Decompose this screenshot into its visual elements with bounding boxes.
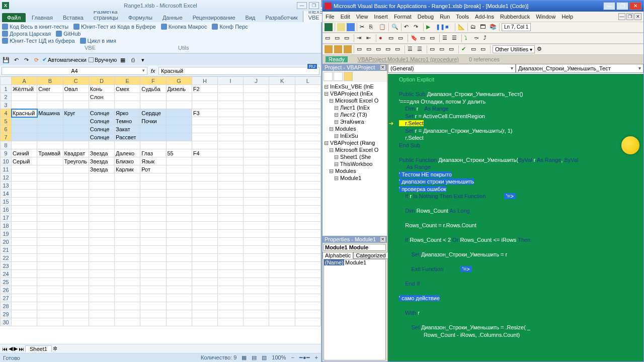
row-header[interactable]: 30	[1, 318, 12, 326]
bookmark-icon[interactable]: 🔖	[410, 34, 418, 42]
cell[interactable]	[115, 286, 140, 294]
vbe-menu-item[interactable]: Debug	[418, 14, 434, 20]
cell[interactable]	[63, 214, 89, 222]
cell[interactable]	[295, 238, 320, 246]
row-header[interactable]: 3	[1, 101, 12, 109]
cell[interactable]	[37, 302, 63, 310]
code-editor[interactable]: Option Explicit Public Sub Диапазон_Стро…	[388, 74, 643, 361]
cell[interactable]	[295, 117, 320, 125]
cell[interactable]	[244, 165, 269, 173]
cell[interactable]	[12, 286, 37, 294]
code-line[interactable]: Dim Rows_Count As Long	[399, 207, 641, 215]
cell[interactable]	[63, 294, 89, 302]
cell[interactable]	[115, 246, 140, 254]
cell[interactable]	[12, 141, 37, 149]
cell[interactable]	[269, 117, 295, 125]
cell[interactable]	[192, 133, 217, 141]
cell[interactable]	[244, 310, 269, 318]
uncomment-icon[interactable]: ▭	[397, 34, 406, 42]
cell[interactable]	[166, 198, 192, 206]
rd-icon[interactable]	[344, 45, 352, 53]
cell[interactable]	[192, 270, 217, 278]
cell[interactable]	[89, 238, 114, 246]
code-line[interactable]: ' само действие	[399, 295, 641, 302]
cell[interactable]	[166, 101, 192, 109]
tree-expand-icon[interactable]: ⊟	[329, 146, 334, 153]
cell[interactable]	[217, 125, 243, 133]
cell[interactable]	[269, 270, 295, 278]
cell[interactable]: Язык	[140, 157, 166, 165]
zoom-in-icon[interactable]: +	[315, 354, 318, 361]
row-header[interactable]: 13	[1, 182, 12, 190]
cell[interactable]	[244, 101, 269, 109]
cell[interactable]: Квадрат	[63, 149, 89, 157]
minimize-button[interactable]: —	[297, 2, 307, 9]
code-line[interactable]: Set Диапазон_Строки_Уменьшить = .Resize(…	[399, 324, 641, 331]
cell[interactable]	[269, 278, 295, 286]
project-tree[interactable]: ⊟ InExSu_VBE (InE⊟ VBAProject (InEx⊟ Mic…	[323, 82, 387, 236]
cell[interactable]	[166, 294, 192, 302]
ribbon-tab[interactable]: Вставка	[58, 13, 89, 22]
cell[interactable]: Ярко	[115, 109, 140, 117]
cell[interactable]: Круг	[63, 109, 89, 117]
prev-bookmark-icon[interactable]: ▭	[429, 34, 437, 42]
cell[interactable]	[12, 173, 37, 182]
vbe-menu-item[interactable]: Tools	[456, 14, 469, 20]
cell[interactable]	[63, 206, 89, 214]
cell[interactable]	[63, 286, 89, 294]
cell[interactable]	[269, 85, 295, 93]
cell[interactable]	[140, 278, 166, 286]
cell[interactable]	[12, 246, 37, 254]
step-out-icon[interactable]: ⤴	[483, 34, 491, 42]
cell[interactable]	[166, 270, 192, 278]
cell[interactable]	[244, 190, 269, 198]
cell[interactable]	[12, 101, 37, 109]
ribbon-tab[interactable]: Разработчик	[261, 13, 303, 22]
tree-node[interactable]: ⊟ VBAProject (InEx	[324, 90, 386, 97]
cell[interactable]	[166, 310, 192, 318]
cell[interactable]	[140, 198, 166, 206]
redo-icon[interactable]: ↷	[413, 23, 421, 31]
cell[interactable]	[89, 302, 114, 310]
row-header[interactable]: 27	[1, 294, 12, 302]
column-header[interactable]: B	[37, 77, 63, 85]
cell[interactable]	[89, 294, 114, 302]
cell[interactable]	[244, 230, 269, 238]
code-line[interactable]	[399, 149, 641, 156]
code-line[interactable]: Rows_Count - iRows, .Columns.Count)	[399, 331, 641, 339]
cell[interactable]	[269, 101, 295, 109]
cell[interactable]	[192, 93, 217, 101]
ribbon-tab[interactable]: Данные	[157, 13, 188, 22]
cell[interactable]	[12, 294, 37, 302]
cell[interactable]	[269, 310, 295, 318]
cell[interactable]	[166, 141, 192, 149]
vbe-menu-item[interactable]: Help	[561, 14, 573, 20]
toggle-folders-icon[interactable]	[344, 72, 353, 81]
cell[interactable]	[269, 286, 295, 294]
code-line[interactable]: Rows_Count = r.Rows.Count	[399, 222, 641, 229]
cell[interactable]	[140, 222, 166, 230]
cell[interactable]	[140, 173, 166, 182]
ribbon-tab[interactable]: Рецензирование	[188, 13, 240, 22]
cell[interactable]	[269, 222, 295, 230]
props-tab-categorized[interactable]: Categorized	[353, 252, 388, 259]
cell[interactable]	[140, 310, 166, 318]
qat-icon-2[interactable]: ⎙	[129, 56, 137, 64]
break-icon[interactable]: ❚❚	[435, 23, 443, 31]
cell[interactable]	[63, 198, 89, 206]
cell[interactable]	[217, 182, 243, 190]
cell[interactable]	[89, 270, 114, 278]
cell[interactable]	[269, 149, 295, 157]
cell[interactable]	[217, 109, 243, 117]
row-header[interactable]: 8	[1, 141, 12, 149]
cell[interactable]	[166, 214, 192, 222]
outdent-icon[interactable]: ⇤	[366, 34, 374, 42]
cell[interactable]	[192, 214, 217, 222]
tree-expand-icon[interactable]: ⊟	[334, 111, 339, 118]
rd-icon[interactable]: ▭	[480, 45, 488, 53]
cell[interactable]	[295, 173, 320, 182]
addin-button[interactable]: Конф Перс	[212, 24, 248, 30]
cell[interactable]	[166, 173, 192, 182]
code-line[interactable]: Public Sub Диапазон_Строки_Уменьшить_Тес…	[399, 90, 641, 98]
cell[interactable]	[269, 190, 295, 198]
